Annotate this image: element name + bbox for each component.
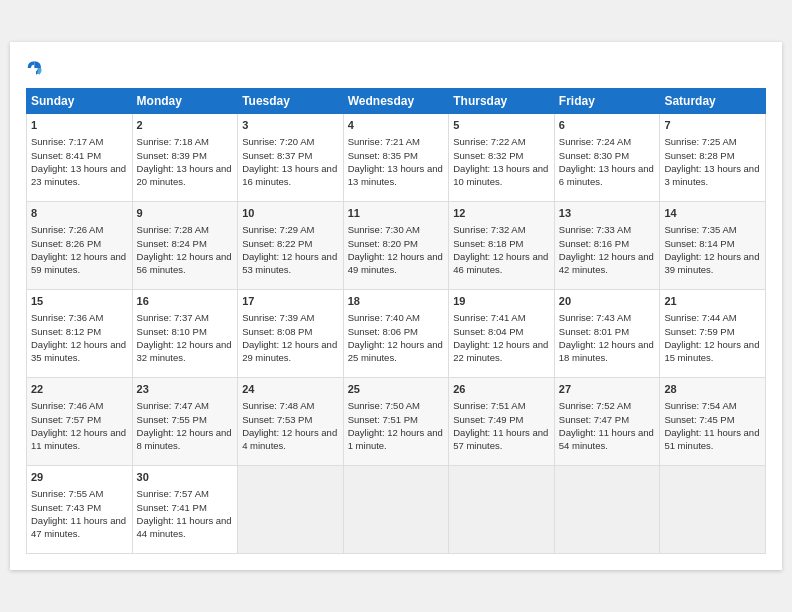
- sunrise-text: Sunrise: 7:29 AM: [242, 224, 314, 235]
- calendar-table: SundayMondayTuesdayWednesdayThursdayFrid…: [26, 88, 766, 554]
- weekday-header: Thursday: [449, 89, 555, 114]
- daylight-text: Daylight: 11 hours and 51 minutes.: [664, 427, 759, 451]
- daylight-text: Daylight: 13 hours and 6 minutes.: [559, 163, 654, 187]
- day-number: 5: [453, 118, 550, 133]
- day-number: 30: [137, 470, 234, 485]
- calendar-cell: 1Sunrise: 7:17 AMSunset: 8:41 PMDaylight…: [27, 114, 133, 202]
- sunset-text: Sunset: 8:24 PM: [137, 238, 207, 249]
- sunrise-text: Sunrise: 7:21 AM: [348, 136, 420, 147]
- weekday-header: Saturday: [660, 89, 766, 114]
- sunset-text: Sunset: 7:53 PM: [242, 414, 312, 425]
- calendar-cell: [554, 466, 660, 554]
- sunrise-text: Sunrise: 7:30 AM: [348, 224, 420, 235]
- daylight-text: Daylight: 12 hours and 15 minutes.: [664, 339, 759, 363]
- sunset-text: Sunset: 8:28 PM: [664, 150, 734, 161]
- day-number: 9: [137, 206, 234, 221]
- weekday-header: Sunday: [27, 89, 133, 114]
- sunset-text: Sunset: 8:14 PM: [664, 238, 734, 249]
- calendar-week-row: 22Sunrise: 7:46 AMSunset: 7:57 PMDayligh…: [27, 378, 766, 466]
- sunset-text: Sunset: 8:39 PM: [137, 150, 207, 161]
- calendar-cell: 30Sunrise: 7:57 AMSunset: 7:41 PMDayligh…: [132, 466, 238, 554]
- daylight-text: Daylight: 13 hours and 20 minutes.: [137, 163, 232, 187]
- sunset-text: Sunset: 8:20 PM: [348, 238, 418, 249]
- daylight-text: Daylight: 13 hours and 3 minutes.: [664, 163, 759, 187]
- daylight-text: Daylight: 12 hours and 4 minutes.: [242, 427, 337, 451]
- weekday-header-row: SundayMondayTuesdayWednesdayThursdayFrid…: [27, 89, 766, 114]
- sunrise-text: Sunrise: 7:37 AM: [137, 312, 209, 323]
- daylight-text: Daylight: 12 hours and 56 minutes.: [137, 251, 232, 275]
- calendar-cell: 17Sunrise: 7:39 AMSunset: 8:08 PMDayligh…: [238, 290, 344, 378]
- sunset-text: Sunset: 7:55 PM: [137, 414, 207, 425]
- sunrise-text: Sunrise: 7:44 AM: [664, 312, 736, 323]
- calendar-cell: 27Sunrise: 7:52 AMSunset: 7:47 PMDayligh…: [554, 378, 660, 466]
- daylight-text: Daylight: 11 hours and 47 minutes.: [31, 515, 126, 539]
- day-number: 22: [31, 382, 128, 397]
- sunrise-text: Sunrise: 7:26 AM: [31, 224, 103, 235]
- sunset-text: Sunset: 8:04 PM: [453, 326, 523, 337]
- sunset-text: Sunset: 8:41 PM: [31, 150, 101, 161]
- calendar-cell: 23Sunrise: 7:47 AMSunset: 7:55 PMDayligh…: [132, 378, 238, 466]
- calendar-cell: 5Sunrise: 7:22 AMSunset: 8:32 PMDaylight…: [449, 114, 555, 202]
- calendar-week-row: 29Sunrise: 7:55 AMSunset: 7:43 PMDayligh…: [27, 466, 766, 554]
- calendar-cell: 8Sunrise: 7:26 AMSunset: 8:26 PMDaylight…: [27, 202, 133, 290]
- calendar-cell: 26Sunrise: 7:51 AMSunset: 7:49 PMDayligh…: [449, 378, 555, 466]
- day-number: 24: [242, 382, 339, 397]
- sunrise-text: Sunrise: 7:17 AM: [31, 136, 103, 147]
- sunrise-text: Sunrise: 7:48 AM: [242, 400, 314, 411]
- sunset-text: Sunset: 8:06 PM: [348, 326, 418, 337]
- sunset-text: Sunset: 8:26 PM: [31, 238, 101, 249]
- calendar-cell: 11Sunrise: 7:30 AMSunset: 8:20 PMDayligh…: [343, 202, 449, 290]
- day-number: 4: [348, 118, 445, 133]
- sunset-text: Sunset: 7:49 PM: [453, 414, 523, 425]
- calendar-week-row: 1Sunrise: 7:17 AMSunset: 8:41 PMDaylight…: [27, 114, 766, 202]
- calendar-cell: 14Sunrise: 7:35 AMSunset: 8:14 PMDayligh…: [660, 202, 766, 290]
- calendar-cell: 4Sunrise: 7:21 AMSunset: 8:35 PMDaylight…: [343, 114, 449, 202]
- calendar-body: 1Sunrise: 7:17 AMSunset: 8:41 PMDaylight…: [27, 114, 766, 554]
- sunset-text: Sunset: 8:10 PM: [137, 326, 207, 337]
- calendar-container: SundayMondayTuesdayWednesdayThursdayFrid…: [10, 42, 782, 570]
- calendar-header: [26, 58, 766, 78]
- day-number: 20: [559, 294, 656, 309]
- calendar-cell: 12Sunrise: 7:32 AMSunset: 8:18 PMDayligh…: [449, 202, 555, 290]
- day-number: 12: [453, 206, 550, 221]
- day-number: 21: [664, 294, 761, 309]
- sunset-text: Sunset: 7:51 PM: [348, 414, 418, 425]
- calendar-cell: 25Sunrise: 7:50 AMSunset: 7:51 PMDayligh…: [343, 378, 449, 466]
- calendar-cell: 6Sunrise: 7:24 AMSunset: 8:30 PMDaylight…: [554, 114, 660, 202]
- logo: [26, 58, 50, 78]
- sunset-text: Sunset: 8:12 PM: [31, 326, 101, 337]
- sunrise-text: Sunrise: 7:52 AM: [559, 400, 631, 411]
- weekday-header: Wednesday: [343, 89, 449, 114]
- day-number: 26: [453, 382, 550, 397]
- sunset-text: Sunset: 8:18 PM: [453, 238, 523, 249]
- calendar-cell: 3Sunrise: 7:20 AMSunset: 8:37 PMDaylight…: [238, 114, 344, 202]
- calendar-cell: 29Sunrise: 7:55 AMSunset: 7:43 PMDayligh…: [27, 466, 133, 554]
- day-number: 17: [242, 294, 339, 309]
- sunrise-text: Sunrise: 7:35 AM: [664, 224, 736, 235]
- daylight-text: Daylight: 13 hours and 16 minutes.: [242, 163, 337, 187]
- sunrise-text: Sunrise: 7:28 AM: [137, 224, 209, 235]
- day-number: 2: [137, 118, 234, 133]
- calendar-cell: 2Sunrise: 7:18 AMSunset: 8:39 PMDaylight…: [132, 114, 238, 202]
- calendar-cell: 13Sunrise: 7:33 AMSunset: 8:16 PMDayligh…: [554, 202, 660, 290]
- daylight-text: Daylight: 12 hours and 42 minutes.: [559, 251, 654, 275]
- sunrise-text: Sunrise: 7:25 AM: [664, 136, 736, 147]
- sunrise-text: Sunrise: 7:39 AM: [242, 312, 314, 323]
- day-number: 19: [453, 294, 550, 309]
- sunrise-text: Sunrise: 7:36 AM: [31, 312, 103, 323]
- weekday-header: Friday: [554, 89, 660, 114]
- calendar-cell: 19Sunrise: 7:41 AMSunset: 8:04 PMDayligh…: [449, 290, 555, 378]
- day-number: 27: [559, 382, 656, 397]
- daylight-text: Daylight: 12 hours and 8 minutes.: [137, 427, 232, 451]
- sunset-text: Sunset: 7:41 PM: [137, 502, 207, 513]
- sunrise-text: Sunrise: 7:54 AM: [664, 400, 736, 411]
- calendar-week-row: 15Sunrise: 7:36 AMSunset: 8:12 PMDayligh…: [27, 290, 766, 378]
- calendar-cell: 20Sunrise: 7:43 AMSunset: 8:01 PMDayligh…: [554, 290, 660, 378]
- daylight-text: Daylight: 11 hours and 54 minutes.: [559, 427, 654, 451]
- sunrise-text: Sunrise: 7:43 AM: [559, 312, 631, 323]
- calendar-cell: 7Sunrise: 7:25 AMSunset: 8:28 PMDaylight…: [660, 114, 766, 202]
- sunset-text: Sunset: 7:47 PM: [559, 414, 629, 425]
- sunrise-text: Sunrise: 7:55 AM: [31, 488, 103, 499]
- daylight-text: Daylight: 12 hours and 32 minutes.: [137, 339, 232, 363]
- sunrise-text: Sunrise: 7:18 AM: [137, 136, 209, 147]
